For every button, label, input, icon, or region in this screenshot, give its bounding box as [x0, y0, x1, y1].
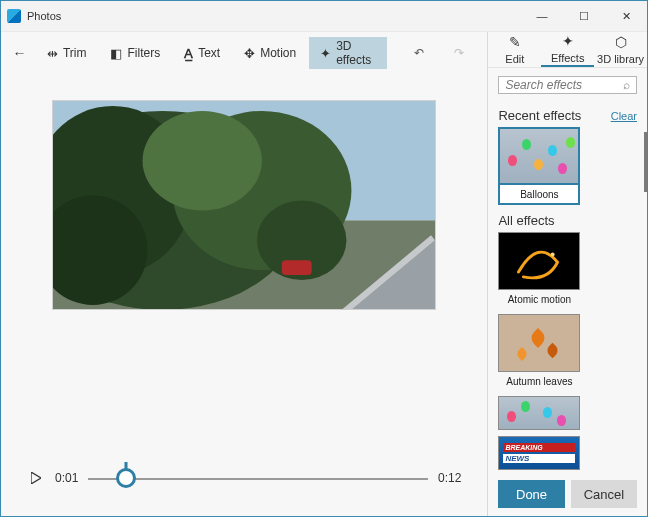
tab-3d-library[interactable]: ⬡ 3D library [594, 32, 647, 67]
breaking-thumbnail: BREAKING NEWS [498, 436, 580, 470]
titlebar: Photos — ☐ ✕ [1, 1, 647, 32]
atomic-thumbnail [498, 232, 580, 290]
3d-effects-button[interactable]: ✦3D effects [309, 37, 387, 69]
play-button[interactable] [27, 469, 45, 487]
all-effects-title: All effects [498, 213, 554, 228]
panel-scrollbar[interactable] [644, 132, 647, 192]
text-icon: A̲ [184, 46, 193, 61]
filters-icon: ◧ [110, 46, 122, 61]
effect-breaking-news[interactable]: BREAKING NEWS [498, 436, 580, 470]
recent-effects-title: Recent effects [498, 108, 581, 123]
photos-app-icon [7, 9, 21, 23]
cube-icon: ⬡ [615, 33, 627, 51]
search-effects-input[interactable]: Search effects ⌕ [498, 76, 637, 94]
search-icon: ⌕ [623, 78, 630, 92]
redo-button: ↷ [439, 37, 479, 69]
svg-point-5 [143, 111, 262, 210]
sparkle-icon: ✦ [320, 46, 331, 61]
back-button[interactable]: ← [9, 40, 30, 66]
svg-point-9 [551, 253, 555, 257]
sparkles-icon: ✦ [562, 32, 574, 50]
editor-toolbar: ← ⇹Trim ◧Filters A̲Text ✥Motion ✦3D effe… [1, 32, 487, 74]
seek-track[interactable] [88, 463, 428, 493]
panel-tabs: ✎ Edit ✦ Effects ⬡ 3D library [488, 32, 647, 68]
effect-balloons-all[interactable] [498, 396, 580, 430]
trim-icon: ⇹ [47, 46, 58, 61]
effects-panel: ✎ Edit ✦ Effects ⬡ 3D library Search eff… [488, 32, 647, 516]
svg-rect-8 [282, 260, 312, 275]
current-time: 0:01 [55, 471, 78, 485]
done-button[interactable]: Done [498, 480, 564, 508]
total-time: 0:12 [438, 471, 461, 485]
search-placeholder: Search effects [505, 78, 582, 92]
effect-label: Autumn leaves [498, 372, 580, 390]
recent-effect-balloons[interactable]: Balloons [498, 127, 580, 205]
cancel-button[interactable]: Cancel [571, 480, 637, 508]
editor-main: ← ⇹Trim ◧Filters A̲Text ✥Motion ✦3D effe… [1, 32, 488, 516]
autumn-thumbnail [498, 314, 580, 372]
minimize-button[interactable]: — [521, 1, 563, 31]
motion-icon: ✥ [244, 46, 255, 61]
trim-button[interactable]: ⇹Trim [36, 37, 98, 69]
playback-bar: 0:01 0:12 [1, 450, 487, 516]
panel-footer: Done Cancel [488, 472, 647, 516]
effect-label: Balloons [498, 185, 580, 205]
clear-recent-link[interactable]: Clear [611, 110, 637, 122]
maximize-button[interactable]: ☐ [563, 1, 605, 31]
video-preview-area [1, 74, 487, 450]
motion-button[interactable]: ✥Motion [233, 37, 307, 69]
seek-thumb[interactable] [116, 468, 136, 488]
filters-button[interactable]: ◧Filters [99, 37, 171, 69]
effect-autumn-leaves[interactable]: Autumn leaves [498, 314, 580, 390]
undo-button[interactable]: ↶ [399, 37, 439, 69]
tab-edit[interactable]: ✎ Edit [488, 32, 541, 67]
photos-app-window: Photos — ☐ ✕ ← ⇹Trim ◧Filters A̲Text ✥Mo… [0, 0, 648, 517]
effect-label: Atomic motion [498, 290, 580, 308]
pencil-icon: ✎ [509, 33, 521, 51]
text-button[interactable]: A̲Text [173, 37, 231, 69]
close-button[interactable]: ✕ [605, 1, 647, 31]
balloons-thumbnail-2 [498, 396, 580, 430]
app-title: Photos [27, 10, 61, 22]
balloons-thumbnail [498, 127, 580, 185]
tab-effects[interactable]: ✦ Effects [541, 32, 594, 67]
video-preview[interactable] [52, 100, 436, 310]
effect-atomic-motion[interactable]: Atomic motion [498, 232, 580, 308]
